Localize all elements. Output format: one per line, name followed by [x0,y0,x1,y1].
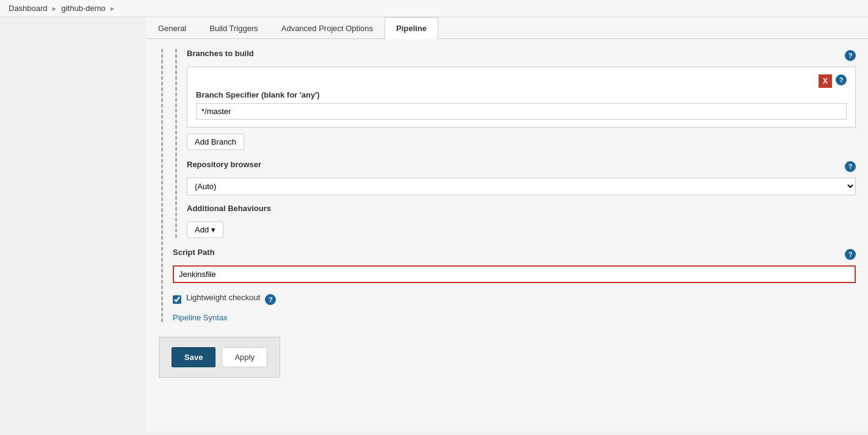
add-branch-label: Add Branch [195,137,236,146]
branches-to-build-help-icon[interactable]: ? [845,50,856,61]
tab-pipeline[interactable]: Pipeline [385,17,438,39]
repository-browser-help-icon[interactable]: ? [845,161,856,172]
branches-to-build-label: Branches to build [187,49,254,58]
breadcrumb-project[interactable]: github-demo [62,4,106,13]
sidebar [0,17,146,432]
branches-to-build-header: Branches to build ? [187,49,856,62]
breadcrumb-sep1: ► [51,5,58,12]
lightweight-checkout-label: Lightweight checkout [186,293,260,302]
script-path-section: Script Path ? [173,248,856,283]
script-path-input[interactable] [173,265,856,283]
tab-general[interactable]: General [146,17,198,39]
main-content: General Build Triggers Advanced Project … [146,17,868,432]
branch-specifier-label: Branch Specifier (blank for 'any') [196,90,847,99]
delete-branch-button[interactable]: X [819,74,832,88]
save-button[interactable]: Save [172,347,215,367]
script-path-help-icon[interactable]: ? [845,249,856,260]
add-behaviour-button[interactable]: Add ▾ [187,221,223,238]
breadcrumb-sep2: ► [109,5,116,12]
breadcrumb-dashboard[interactable]: Dashboard [9,4,48,13]
repository-browser-label: Repository browser [187,160,261,169]
script-path-header: Script Path ? [173,248,856,261]
tab-advanced-project-options[interactable]: Advanced Project Options [270,17,385,39]
branch-specifier-help-icon[interactable]: ? [836,74,847,85]
branch-card: X ? Branch Specifier (blank for 'any') [187,67,856,128]
tab-build-triggers[interactable]: Build Triggers [198,17,269,39]
script-path-label: Script Path [173,248,215,257]
tabs-bar: General Build Triggers Advanced Project … [146,17,868,39]
add-behaviour-arrow: ▾ [211,225,215,234]
apply-button[interactable]: Apply [222,347,267,367]
outer-dashed-region: Branches to build ? X ? Branch Specifier… [161,49,856,322]
add-branch-button[interactable]: Add Branch [187,134,244,150]
inner-dashed-region: Branches to build ? X ? Branch Specifier… [175,49,856,238]
branch-specifier-input[interactable] [196,103,847,120]
lightweight-checkout-help-icon[interactable]: ? [265,294,276,305]
additional-behaviours-label: Additional Behaviours [187,204,271,213]
repository-browser-select[interactable]: (Auto) [187,178,856,195]
pipeline-syntax-link[interactable]: Pipeline Syntax [173,313,228,322]
save-bar: Save Apply [159,337,280,378]
add-behaviour-label: Add [195,225,209,234]
additional-behaviours-header: Additional Behaviours [187,204,856,217]
repository-browser-header: Repository browser ? [187,160,856,173]
lightweight-checkout-row: Lightweight checkout ? [173,293,856,306]
lightweight-checkout-checkbox[interactable] [173,295,181,304]
breadcrumb-bar: Dashboard ► github-demo ► [0,0,868,17]
delete-row: X ? [196,74,847,88]
pipeline-config-panel: Branches to build ? X ? Branch Specifier… [146,39,868,390]
